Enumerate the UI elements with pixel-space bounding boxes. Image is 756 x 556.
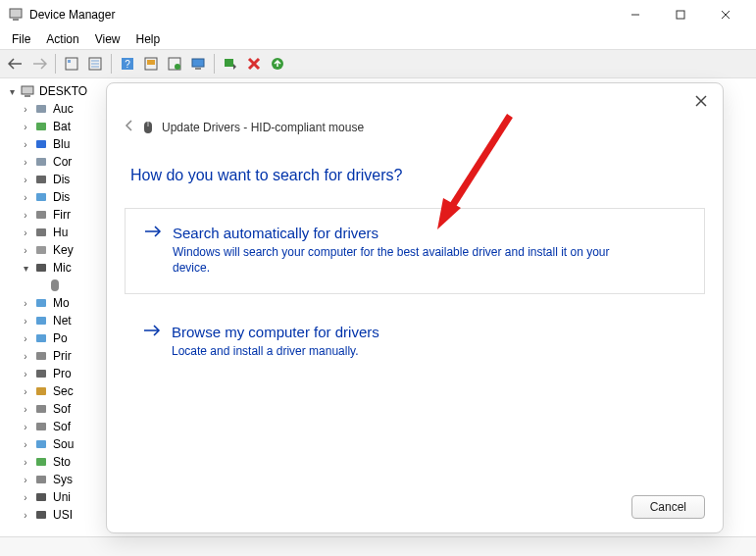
svg-rect-35 <box>36 264 46 272</box>
device-category-icon <box>33 189 49 205</box>
svg-rect-31 <box>36 193 46 201</box>
chevron-right-icon[interactable]: › <box>20 351 31 362</box>
minimize-button[interactable] <box>613 0 658 29</box>
svg-rect-34 <box>36 246 46 254</box>
chevron-right-icon[interactable]: › <box>20 422 31 432</box>
device-category-icon <box>33 207 49 223</box>
chevron-down-icon[interactable]: ▾ <box>20 263 31 274</box>
menu-help[interactable]: Help <box>128 30 169 48</box>
svg-rect-41 <box>36 370 46 378</box>
chevron-right-icon[interactable]: › <box>20 386 31 397</box>
menu-view[interactable]: View <box>87 30 128 48</box>
svg-rect-45 <box>36 440 46 448</box>
tb-back-button[interactable] <box>4 52 27 76</box>
cancel-button[interactable]: Cancel <box>631 495 705 519</box>
chevron-right-icon[interactable]: › <box>20 298 31 309</box>
svg-rect-18 <box>192 59 204 67</box>
tb-scan-button[interactable] <box>219 52 242 76</box>
close-window-button[interactable] <box>703 0 748 29</box>
tree-node-label: Sys <box>53 473 73 486</box>
option-desc: Windows will search your computer for th… <box>173 245 624 276</box>
device-category-icon <box>33 489 49 505</box>
svg-rect-42 <box>36 387 46 395</box>
svg-text:?: ? <box>125 59 130 70</box>
menu-action[interactable]: Action <box>38 30 86 48</box>
option-search-auto[interactable]: Search automatically for drivers Windows… <box>125 208 705 294</box>
tree-node-label: Sou <box>53 437 74 451</box>
chevron-right-icon[interactable]: › <box>20 492 31 503</box>
chevron-right-icon[interactable]: › <box>20 316 31 327</box>
svg-rect-1 <box>13 19 19 21</box>
device-category-icon <box>33 101 49 117</box>
chevron-right-icon[interactable]: › <box>20 139 31 150</box>
chevron-right-icon[interactable]: › <box>20 175 31 185</box>
device-category-icon <box>33 260 49 276</box>
device-category-icon <box>33 154 49 170</box>
option-title: Browse my computer for drivers <box>172 324 379 340</box>
chevron-right-icon[interactable]: › <box>20 404 31 415</box>
svg-rect-47 <box>36 476 46 483</box>
device-category-icon <box>33 454 49 470</box>
maximize-button[interactable] <box>658 0 703 29</box>
tree-node-label: Dis <box>53 173 70 186</box>
chevron-right-icon[interactable]: › <box>20 439 31 450</box>
chevron-right-icon[interactable]: › <box>20 369 31 379</box>
svg-rect-19 <box>195 68 201 70</box>
device-category-icon <box>33 436 49 452</box>
tb-show-hidden-button[interactable] <box>60 52 83 76</box>
dialog-question: How do you want to search for drivers? <box>130 167 707 184</box>
svg-rect-3 <box>677 11 684 19</box>
chevron-right-icon[interactable]: › <box>20 510 31 521</box>
tb-icon-button-1[interactable] <box>139 52 163 76</box>
tb-uninstall-button[interactable] <box>242 52 266 76</box>
svg-rect-29 <box>36 158 46 166</box>
back-icon[interactable] <box>123 119 136 135</box>
svg-rect-43 <box>36 405 46 413</box>
chevron-right-icon[interactable]: › <box>20 245 31 256</box>
chevron-down-icon[interactable]: ▾ <box>6 86 18 97</box>
tb-enable-button[interactable] <box>266 52 289 76</box>
device-category-icon <box>33 242 49 258</box>
svg-rect-0 <box>10 9 22 18</box>
tb-update-driver-button[interactable] <box>186 52 210 76</box>
tree-node-label: Po <box>53 331 68 345</box>
device-category-icon <box>33 507 49 523</box>
svg-rect-28 <box>36 140 46 148</box>
update-drivers-dialog: Update Drivers - HID-compliant mouse How… <box>106 82 724 533</box>
tree-node-label: Auc <box>53 102 74 116</box>
svg-rect-36 <box>51 279 59 291</box>
tb-forward-button[interactable] <box>27 52 51 76</box>
chevron-right-icon[interactable]: › <box>20 457 31 468</box>
chevron-right-icon[interactable]: › <box>20 475 31 485</box>
tree-node-label: Sof <box>53 402 71 416</box>
svg-rect-26 <box>36 105 46 113</box>
chevron-right-icon[interactable]: › <box>20 192 31 203</box>
svg-rect-7 <box>68 60 71 63</box>
svg-rect-24 <box>22 86 33 94</box>
chevron-right-icon[interactable]: › <box>20 104 31 115</box>
tree-node-label: Key <box>53 243 74 257</box>
chevron-right-icon[interactable]: › <box>20 227 31 238</box>
window-title: Device Manager <box>29 8 613 22</box>
chevron-right-icon[interactable]: › <box>20 210 31 221</box>
chevron-right-icon[interactable]: › <box>20 157 31 168</box>
tree-node-label: Mic <box>53 261 72 275</box>
chevron-right-icon[interactable]: › <box>20 122 31 132</box>
dialog-footer: Cancel <box>631 495 705 519</box>
option-browse[interactable]: Browse my computer for drivers Locate an… <box>125 324 705 360</box>
tb-icon-button-2[interactable] <box>163 52 186 76</box>
device-category-icon <box>33 119 49 134</box>
svg-rect-40 <box>36 352 46 360</box>
chevron-right-icon[interactable]: › <box>20 333 31 344</box>
menu-file[interactable]: File <box>4 30 38 48</box>
svg-rect-6 <box>66 58 77 70</box>
mouse-icon <box>142 120 156 135</box>
tb-help-button[interactable]: ? <box>116 52 139 76</box>
dialog-close-button[interactable] <box>691 91 711 111</box>
tree-node-label: Prir <box>53 349 72 363</box>
dialog-header: Update Drivers - HID-compliant mouse <box>123 119 707 135</box>
svg-rect-37 <box>36 299 46 307</box>
arrow-right-icon <box>142 324 162 340</box>
device-category-icon <box>33 136 49 152</box>
tb-properties-button[interactable] <box>83 52 107 76</box>
